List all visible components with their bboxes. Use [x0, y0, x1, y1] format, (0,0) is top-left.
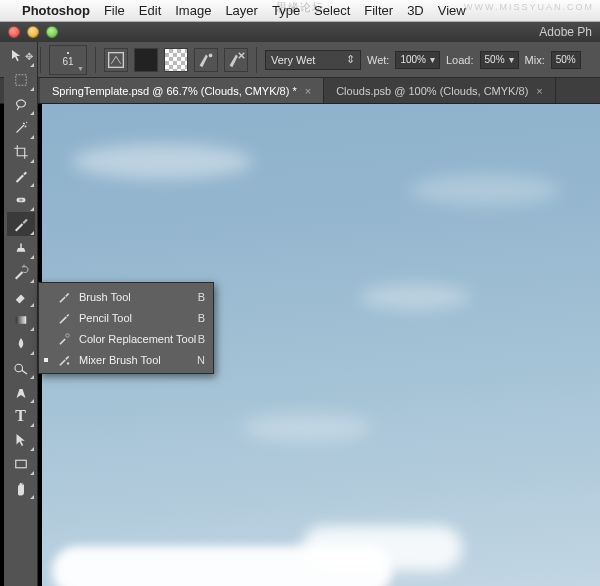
svg-rect-4 [15, 75, 26, 86]
brush-icon [55, 290, 73, 304]
wet-value: 100% [400, 54, 426, 65]
blur-tool[interactable] [7, 332, 35, 356]
svg-point-13 [67, 362, 69, 364]
wet-label: Wet: [367, 54, 389, 66]
path-selection-tool[interactable] [7, 428, 35, 452]
flyout-label: Brush Tool [79, 291, 198, 303]
flyout-shortcut: B [198, 291, 205, 303]
menu-layer[interactable]: Layer [225, 3, 258, 18]
window-titlebar: Adobe Ph [0, 22, 600, 42]
mixer-brush-icon [55, 353, 73, 367]
healing-brush-tool[interactable] [7, 188, 35, 212]
rectangle-tool[interactable] [7, 452, 35, 476]
menu-app-name[interactable]: Photoshop [22, 3, 90, 18]
load-value: 50% [485, 54, 505, 65]
menu-edit[interactable]: Edit [139, 3, 161, 18]
svg-line-10 [21, 370, 26, 374]
wet-preset-dropdown[interactable]: Very Wet ⇕ [265, 50, 361, 70]
load-brush-swatch[interactable] [134, 48, 158, 72]
mix-value: 50% [556, 54, 576, 65]
menu-view[interactable]: View [438, 3, 466, 18]
eraser-tool[interactable] [7, 284, 35, 308]
color-replacement-icon [55, 332, 73, 346]
menu-image[interactable]: Image [175, 3, 211, 18]
wet-value-input[interactable]: 100% ▾ [395, 51, 440, 69]
flyout-item-pencil[interactable]: Pencil Tool B [39, 307, 213, 328]
svg-rect-8 [15, 316, 26, 324]
chevron-down-icon: ▾ [509, 54, 514, 65]
load-value-input[interactable]: 50% ▾ [480, 51, 519, 69]
gradient-tool[interactable] [7, 308, 35, 332]
menu-file[interactable]: File [104, 3, 125, 18]
separator [40, 47, 41, 73]
chevron-down-icon: ⇕ [346, 53, 355, 66]
flyout-shortcut: N [197, 354, 205, 366]
magic-wand-tool[interactable] [7, 116, 35, 140]
clean-brush-toggle-icon[interactable] [224, 48, 248, 72]
flyout-label: Mixer Brush Tool [79, 354, 197, 366]
options-bar: 61 ▼ Very Wet ⇕ Wet: 100% ▾ Load: 50% ▾ … [0, 42, 600, 78]
document-tab[interactable]: Clouds.psb @ 100% (Clouds, CMYK/8) × [324, 78, 556, 103]
clean-brush-swatch[interactable] [164, 48, 188, 72]
window-close-button[interactable] [8, 26, 20, 38]
tab-label: Clouds.psb @ 100% (Clouds, CMYK/8) [336, 85, 528, 97]
history-brush-tool[interactable] [7, 260, 35, 284]
chevron-down-icon: ▾ [430, 54, 435, 65]
svg-point-1 [209, 53, 213, 57]
flyout-item-mixer-brush[interactable]: Mixer Brush Tool N [39, 349, 213, 370]
brush-tool-flyout: Brush Tool B Pencil Tool B Color Replace… [38, 282, 214, 374]
load-label: Load: [446, 54, 474, 66]
svg-rect-0 [109, 52, 124, 67]
document-tab[interactable]: SpringTemplate.psd @ 66.7% (Clouds, CMYK… [40, 78, 324, 103]
wet-preset-label: Very Wet [271, 54, 315, 66]
flyout-item-brush[interactable]: Brush Tool B [39, 286, 213, 307]
mix-label: Mix: [525, 54, 545, 66]
pen-tool[interactable] [7, 380, 35, 404]
chevron-down-icon: ▼ [77, 65, 84, 72]
window-minimize-button[interactable] [27, 26, 39, 38]
svg-point-9 [15, 364, 23, 372]
watermark-url: WWW.MISSYUAN.COM [464, 2, 594, 12]
window-title: Adobe Ph [539, 25, 592, 39]
svg-point-12 [66, 333, 70, 337]
document-tab-bar: SpringTemplate.psd @ 66.7% (Clouds, CMYK… [0, 78, 600, 104]
flyout-label: Pencil Tool [79, 312, 198, 324]
brush-panel-toggle-icon[interactable] [104, 48, 128, 72]
marquee-tool[interactable] [7, 68, 35, 92]
brush-preset-picker[interactable]: 61 ▼ [49, 45, 87, 75]
selected-indicator-icon [44, 358, 48, 362]
menu-3d[interactable]: 3D [407, 3, 424, 18]
separator [95, 47, 96, 73]
separator [256, 47, 257, 73]
flyout-shortcut: B [198, 312, 205, 324]
brush-tool[interactable] [7, 212, 35, 236]
move-tool[interactable]: ✥ [7, 44, 35, 68]
clone-stamp-tool[interactable] [7, 236, 35, 260]
brush-preview-dot [67, 52, 69, 54]
tab-label: SpringTemplate.psd @ 66.7% (Clouds, CMYK… [52, 85, 297, 97]
svg-rect-11 [15, 460, 26, 468]
type-tool[interactable]: T [7, 404, 35, 428]
flyout-label: Color Replacement Tool [79, 333, 198, 345]
window-zoom-button[interactable] [46, 26, 58, 38]
brush-size-value: 61 [62, 56, 73, 67]
mix-value-input[interactable]: 50% [551, 51, 581, 69]
menu-filter[interactable]: Filter [364, 3, 393, 18]
tools-panel: ✥ T [4, 42, 38, 586]
pencil-icon [55, 311, 73, 325]
flyout-shortcut: B [198, 333, 205, 345]
dodge-tool[interactable] [7, 356, 35, 380]
eyedropper-tool[interactable] [7, 164, 35, 188]
load-brush-toggle-icon[interactable] [194, 48, 218, 72]
tab-close-icon[interactable]: × [305, 85, 311, 97]
flyout-item-color-replacement[interactable]: Color Replacement Tool B [39, 328, 213, 349]
hand-tool[interactable] [7, 476, 35, 500]
tab-close-icon[interactable]: × [536, 85, 542, 97]
lasso-tool[interactable] [7, 92, 35, 116]
crop-tool[interactable] [7, 140, 35, 164]
watermark-text: 思缘论坛 [276, 0, 324, 15]
